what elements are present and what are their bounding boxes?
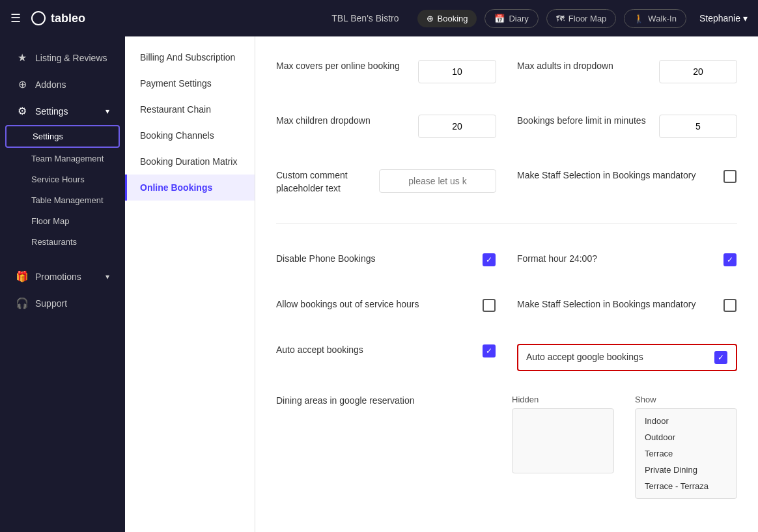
max-covers-label: Max covers per online booking bbox=[276, 60, 408, 73]
custom-comment-row: Custom comment placeholder text bbox=[276, 161, 496, 203]
make-staff-checkbox-unchecked bbox=[723, 170, 737, 183]
mid-nav-online-bookings[interactable]: Online Bookings bbox=[125, 175, 255, 201]
floormap-label: Floor Map bbox=[568, 14, 607, 23]
max-covers-input[interactable] bbox=[418, 60, 496, 83]
diary-icon: 📅 bbox=[494, 14, 505, 23]
allow-bookings-checkbox-unchecked bbox=[483, 299, 496, 312]
walkin-label: Walk-In bbox=[648, 14, 677, 23]
walkin-button[interactable]: 🚶 Walk-In bbox=[624, 9, 686, 28]
settings-icon: ⚙ bbox=[16, 105, 29, 117]
hamburger-icon[interactable]: ☰ bbox=[10, 11, 21, 25]
bookings-before-label: Bookings before limit in minutes bbox=[517, 115, 649, 128]
dining-indoor[interactable]: Indoor bbox=[639, 413, 733, 429]
max-adults-label: Max adults in dropdown bbox=[517, 60, 649, 73]
auto-accept-checkbox[interactable]: ✓ bbox=[482, 344, 496, 358]
auto-accept-google-checkbox-checked: ✓ bbox=[714, 351, 727, 364]
make-staff2-checkbox[interactable] bbox=[723, 298, 737, 313]
addons-icon: ⊕ bbox=[16, 78, 29, 91]
sidebar-sub-menu: Settings Team Management Service Hours T… bbox=[0, 124, 125, 253]
auto-accept-google-label: Auto accept google bookings bbox=[526, 351, 706, 364]
sidebar-sub-service-hours[interactable]: Service Hours bbox=[5, 169, 120, 189]
dining-outdoor[interactable]: Outdoor bbox=[639, 429, 733, 445]
sidebar-item-promotions[interactable]: 🎁 Promotions bbox=[5, 264, 120, 289]
make-staff-label: Make Staff Selection in Bookings mandato… bbox=[517, 169, 712, 182]
support-icon: 🎧 bbox=[16, 297, 29, 309]
make-staff2-row: Make Staff Selection in Bookings mandato… bbox=[517, 290, 737, 320]
mid-nav-payment[interactable]: Payment Settings bbox=[125, 70, 255, 96]
format-hour-checkbox[interactable]: ✓ bbox=[723, 253, 737, 267]
max-children-row: Max children dropdown bbox=[276, 107, 496, 146]
hidden-list-container: Hidden bbox=[512, 395, 614, 499]
dining-terraza[interactable]: Terrace - Terraza bbox=[639, 478, 733, 494]
dining-lists: Hidden Show Indoor Outdoor Terrace Priva… bbox=[512, 395, 737, 499]
disable-phone-row: Disable Phone Bookings ✓ bbox=[276, 245, 496, 275]
dining-private[interactable]: Private Dining bbox=[639, 462, 733, 478]
dining-terrace[interactable]: Terrace bbox=[639, 445, 733, 462]
sidebar-item-addons[interactable]: ⊕ Addons bbox=[5, 72, 120, 97]
sidebar-item-support[interactable]: 🎧 Support bbox=[5, 290, 120, 316]
sidebar-item-label-support: Support bbox=[35, 298, 67, 309]
allow-bookings-checkbox[interactable] bbox=[482, 298, 496, 313]
show-list[interactable]: Indoor Outdoor Terrace Private Dining Te… bbox=[635, 408, 737, 499]
mid-nav-booking-channels[interactable]: Booking Channels bbox=[125, 122, 255, 148]
booking-icon: ⊕ bbox=[427, 14, 434, 23]
booking-button[interactable]: ⊕ Booking bbox=[417, 10, 477, 27]
mid-navigation: Billing And Subscription Payment Setting… bbox=[125, 36, 255, 532]
sidebar-sub-team[interactable]: Team Management bbox=[5, 148, 120, 169]
sidebar-sub-floor-map[interactable]: Floor Map bbox=[5, 211, 120, 231]
sidebar-item-label-promotions: Promotions bbox=[35, 272, 81, 282]
sidebar-item-settings[interactable]: ⚙ Settings bbox=[5, 98, 120, 124]
custom-comment-label: Custom comment placeholder text bbox=[276, 169, 369, 195]
sidebar: ★ Listing & Reviews ⊕ Addons ⚙ Settings … bbox=[0, 36, 125, 532]
diary-button[interactable]: 📅 Diary bbox=[484, 9, 538, 28]
mid-nav-restaurant-chain[interactable]: Restaurant Chain bbox=[125, 96, 255, 122]
auto-accept-row: Auto accept bookings ✓ bbox=[276, 336, 496, 379]
sidebar-item-label-settings: Settings bbox=[35, 106, 68, 117]
dining-areas-section: Dining areas in google reservation Hidde… bbox=[276, 395, 737, 499]
show-list-container: Show Indoor Outdoor Terrace Private Dini… bbox=[635, 395, 737, 499]
mid-nav-booking-duration[interactable]: Booking Duration Matrix bbox=[125, 148, 255, 175]
auto-accept-google-highlighted: Auto accept google bookings ✓ bbox=[517, 344, 737, 371]
disable-phone-checkbox[interactable]: ✓ bbox=[482, 253, 496, 267]
sidebar-sub-settings[interactable]: Settings bbox=[5, 125, 120, 148]
custom-comment-input[interactable] bbox=[379, 169, 496, 193]
sidebar-item-listing[interactable]: ★ Listing & Reviews bbox=[5, 45, 120, 70]
max-children-label: Max children dropdown bbox=[276, 115, 408, 128]
hidden-list-header: Hidden bbox=[512, 395, 614, 404]
user-menu[interactable]: Stephanie ▾ bbox=[699, 13, 748, 23]
format-hour-checkbox-checked: ✓ bbox=[723, 253, 737, 266]
settings-grid: Max covers per online booking Max adults… bbox=[276, 52, 737, 499]
sidebar-item-label-listing: Listing & Reviews bbox=[35, 53, 107, 63]
sidebar-item-label-addons: Addons bbox=[35, 79, 66, 90]
hidden-list[interactable] bbox=[512, 408, 614, 473]
app-logo: tableo bbox=[31, 11, 85, 25]
floormap-icon: 🗺 bbox=[556, 14, 565, 23]
sidebar-sub-table-mgmt[interactable]: Table Management bbox=[5, 190, 120, 210]
max-adults-input[interactable] bbox=[659, 60, 737, 83]
user-chevron-icon: ▾ bbox=[743, 13, 748, 23]
logo-text: tableo bbox=[51, 12, 85, 25]
content-area: Max covers per online booking Max adults… bbox=[255, 36, 758, 532]
floormap-button[interactable]: 🗺 Floor Map bbox=[546, 9, 617, 28]
auto-accept-google-checkbox[interactable]: ✓ bbox=[714, 350, 728, 365]
make-staff2-checkbox-unchecked bbox=[723, 299, 737, 312]
make-staff-row: Make Staff Selection in Bookings mandato… bbox=[517, 161, 737, 203]
dining-areas-label: Dining areas in google reservation bbox=[276, 395, 501, 408]
format-hour-row: Format hour 24:00? ✓ bbox=[517, 245, 737, 275]
promotions-icon: 🎁 bbox=[16, 270, 29, 283]
auto-accept-google-row: Auto accept google bookings ✓ bbox=[517, 336, 737, 379]
top-navigation: ☰ tableo TBL Ben's Bistro ⊕ Booking 📅 Di… bbox=[0, 0, 758, 36]
disable-phone-checkbox-checked: ✓ bbox=[483, 253, 496, 266]
make-staff-checkbox[interactable] bbox=[723, 169, 737, 184]
sidebar-sub-restaurants[interactable]: Restaurants bbox=[5, 232, 120, 252]
max-covers-row: Max covers per online booking bbox=[276, 52, 496, 91]
max-children-input[interactable] bbox=[418, 115, 496, 138]
disable-phone-label: Disable Phone Bookings bbox=[276, 253, 471, 266]
mid-nav-billing[interactable]: Billing And Subscription bbox=[125, 44, 255, 70]
make-staff2-label: Make Staff Selection in Bookings mandato… bbox=[517, 298, 712, 311]
show-list-header: Show bbox=[635, 395, 737, 404]
bookings-before-input[interactable] bbox=[659, 115, 737, 138]
diary-label: Diary bbox=[509, 14, 528, 23]
logo-circle bbox=[31, 11, 46, 25]
star-icon: ★ bbox=[16, 51, 29, 64]
